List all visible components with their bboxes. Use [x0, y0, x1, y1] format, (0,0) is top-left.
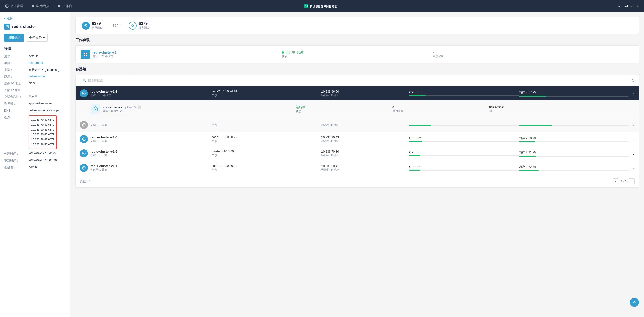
next-page-button[interactable]: › [629, 178, 635, 184]
more-actions-button[interactable]: 更多操作 ▾ [26, 34, 48, 42]
pod-3-cpu-col: CPU 1 m [409, 151, 519, 156]
pod-4-mem-bar [519, 170, 629, 171]
pod-2-toggle[interactable]: ∨ [629, 137, 635, 141]
search-input-wrapper[interactable]: 🔍 按名称搜索 [80, 77, 130, 84]
endpoint-5: 10.233.96.47:6379 [31, 137, 54, 142]
nav-platform[interactable]: 平台管理 [5, 4, 23, 8]
type-label: 类型： [4, 68, 27, 72]
svg-rect-3 [58, 6, 60, 7]
pod-4-mem-fill [519, 170, 539, 171]
endpoint-3: 10.233.90.41:6379 [31, 127, 54, 132]
pod-1-ip: 10.233.96.50 [321, 90, 409, 93]
nav-appstore[interactable]: 应用商店 [31, 4, 49, 8]
detail-dns: DNS： redis-cluster.test-project [4, 109, 66, 113]
pod-4-avatar [80, 164, 88, 172]
workload-name-col: redis-cluster-v1 更新于 21 小时前 [81, 50, 282, 59]
pod-4-name: redis-cluster-v1-1 [90, 164, 117, 168]
pagination: 总数：6 ‹ 1 / 1 › [76, 175, 639, 187]
workload-status-label: 运行中（6/6） [285, 50, 306, 55]
nav-workspace[interactable]: 工作台 [57, 4, 72, 8]
container-port-item: 6379 容器端口 [82, 21, 103, 30]
pod-2-chevron-icon: ∨ [632, 138, 635, 141]
pod-1-node: node2（10.0.24.14） [212, 89, 321, 94]
pod-4-cpu-bar [409, 170, 519, 171]
pod-3-mem-label: 内存 2.31 Mi [519, 150, 629, 155]
svg-rect-13 [86, 55, 87, 56]
svg-point-1 [6, 6, 7, 7]
pod-1-cpu-fill [409, 95, 425, 96]
pod-3-node: master（10.0.20.8） [212, 149, 321, 154]
pod-mid-ip-col: 容器组 IP 地址 [321, 123, 409, 127]
app-value: redis-cluster [29, 75, 45, 79]
container-copy-icon[interactable]: ⧉ [134, 105, 136, 109]
nav-workspace-label: 工作台 [62, 4, 72, 8]
pod-4-toggle[interactable]: ∨ [629, 166, 635, 170]
pod-3-toggle[interactable]: ∨ [629, 152, 635, 155]
container-port-col: 6379/TCP 端口 [489, 105, 634, 113]
detail-project: 项目： test-project [4, 61, 66, 65]
workload-name[interactable]: redis-cluster-v1 [92, 50, 117, 54]
pod-4-ip-sub: 容器组 IP 地址 [321, 168, 409, 172]
workload-icon [81, 50, 90, 59]
container-terminal-icon[interactable]: ⬜ [137, 105, 141, 109]
pod-row-1[interactable]: redis-cluster-v1-3 创建于 18 小时前 node2（10.0… [76, 86, 639, 100]
container-restart-col: 0 重启次数 [392, 105, 489, 113]
scroll-top-button[interactable] [630, 298, 639, 307]
edit-info-button[interactable]: 编辑信息 [4, 34, 24, 42]
detail-cluster: 集群： default [4, 54, 66, 59]
pod-2-mem-bar [519, 141, 629, 142]
svg-point-25 [83, 167, 84, 168]
prev-page-button[interactable]: ‹ [613, 178, 619, 184]
pod-mid-mem-col [519, 124, 629, 126]
pod-3-chevron-icon: ∨ [632, 152, 635, 155]
container-port-label: 容器端口 [92, 26, 103, 30]
detail-creator: 创建者： admin [4, 165, 66, 170]
svg-point-17 [95, 109, 96, 110]
detail-create-time: 创建时间： 2022-09-19 18:41:04 [4, 152, 66, 156]
pod-1-cpu-label: CPU 1 m [409, 91, 519, 94]
sidebar-back[interactable]: ‹ 服务 [4, 16, 66, 21]
pod-1-toggle[interactable]: ∧ [629, 92, 635, 95]
detail-section: 详情 集群： default 项目： test-project 类型： 有状态服… [4, 47, 66, 170]
pod-row-3[interactable]: redis-cluster-v1-2 创建于 1 天前 master（10.0.… [76, 146, 639, 161]
back-chevron-icon: ‹ [4, 17, 5, 20]
pod-4-cpu-col: CPU 1 m [409, 165, 519, 171]
pod-row-mid[interactable]: 创建于 1 天前 节点 容器组 IP 地址 [76, 118, 639, 132]
pagination-controls: ‹ 1 / 1 › [613, 178, 635, 184]
detail-affinity: 会话亲和性： 已启用 [4, 95, 66, 99]
pod-3-name: redis-cluster-v1-2 [90, 150, 117, 153]
pod-3-avatar [80, 149, 88, 157]
workload-record-col: - 修改记录 [433, 50, 634, 58]
admin-chevron[interactable]: ▾ [637, 4, 639, 8]
pod-4-name-col: redis-cluster-v1-1 创建于 1 天前 [80, 164, 212, 172]
sidebar-back-label: 服务 [7, 16, 13, 21]
pod-1-mem-fill [519, 96, 546, 97]
detail-selector: 选择器： app=redis-cluster [4, 102, 66, 106]
pod-3-ip-sub: 容器组 IP 地址 [321, 153, 409, 157]
pod-2-node-col: node1（10.0.20.2） 节点 [212, 135, 321, 143]
pod-row-2[interactable]: redis-cluster-v1-4 创建于 1 天前 node1（10.0.2… [76, 132, 639, 146]
status-dot-icon [282, 51, 284, 54]
virtual-ip-label: 虚拟 IP 地址： [4, 81, 27, 86]
service-port-icon [129, 22, 137, 30]
pod-2-cpu-label: CPU 1 m [409, 136, 519, 140]
pod-4-chevron-icon: ∨ [632, 166, 635, 170]
affinity-label: 会话亲和性： [4, 95, 27, 99]
service-port-item: 6379 服务端口 [129, 21, 150, 30]
admin-name[interactable]: admin [624, 4, 633, 8]
dns-label: DNS： [4, 109, 27, 113]
pod-row-4[interactable]: redis-cluster-v1-1 创建于 1 天前 node1（10.0.2… [76, 161, 639, 175]
pod-1-cpu-col: CPU 1 m [409, 91, 519, 96]
pod-1-mem-label: 内存 7.17 Mi [519, 90, 629, 95]
container-group-card: 🔍 按名称搜索 ↻ redis-cluster-v1-3 [75, 75, 639, 188]
port-protocol: → TCP → [109, 24, 123, 27]
workload-record-value: - [433, 50, 634, 54]
container-name: container-axmpbm [103, 105, 132, 109]
nav-right: ■ admin ▾ [618, 4, 639, 8]
pod-mid-name-info: 创建于 1 天前 [90, 123, 107, 127]
pod-3-ip-col: 10.233.70.30 容器组 IP 地址 [321, 150, 409, 157]
pod-mid-toggle[interactable]: ∨ [629, 123, 635, 127]
refresh-icon[interactable]: ↻ [631, 78, 635, 83]
container-port-info: 6379 容器端口 [92, 21, 103, 30]
pod-4-name-info: redis-cluster-v1-1 创建于 1 天前 [90, 164, 117, 172]
